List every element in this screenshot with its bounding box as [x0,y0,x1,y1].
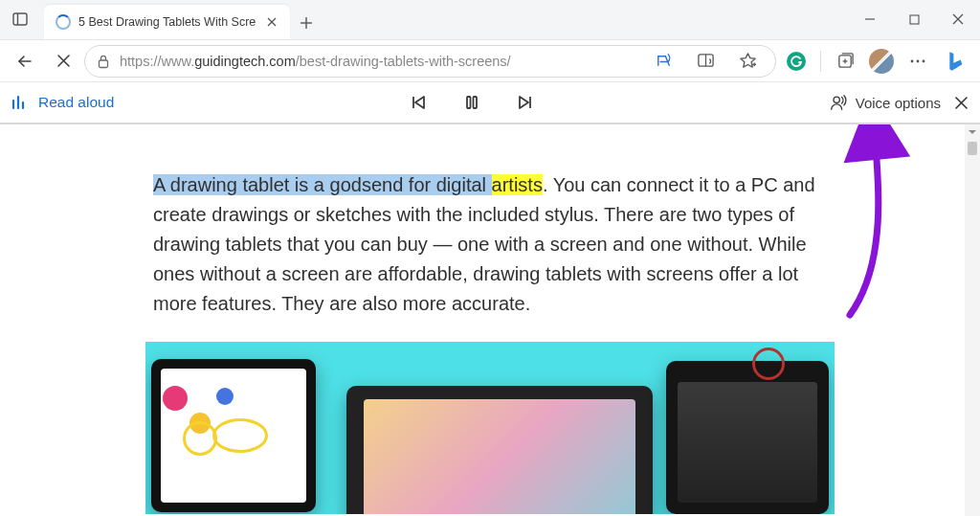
read-aloud-label-group: Read aloud [11,94,114,111]
toolbar-separator [820,51,821,72]
svg-point-36 [834,97,839,102]
svg-marker-31 [415,97,424,108]
next-paragraph-button[interactable] [510,87,541,118]
window-minimize-button[interactable] [848,0,892,39]
svg-point-25 [917,59,920,62]
grammarly-extension-icon[interactable] [780,45,813,78]
bing-chat-button[interactable] [938,44,972,79]
voice-icon [829,93,848,112]
collections-icon[interactable] [829,45,861,78]
read-aloud-selection: A drawing tablet is a godsend for digita… [153,174,543,195]
window-maximize-button[interactable] [892,0,936,39]
pause-button[interactable] [457,87,487,118]
profile-avatar[interactable] [865,45,898,78]
close-read-aloud-button[interactable] [954,96,969,110]
more-menu-button[interactable] [902,45,934,78]
read-aloud-current-word: artists [492,174,543,195]
read-aloud-icon[interactable] [647,45,679,78]
browser-toolbar: https://www.guidingtech.com/best-drawing… [0,40,980,82]
voice-options-label: Voice options [856,95,941,111]
svg-point-26 [923,59,925,62]
vertical-scrollbar[interactable] [965,124,980,516]
stop-reload-button[interactable] [46,44,80,79]
playback-controls [403,87,541,118]
address-bar[interactable]: https://www.guidingtech.com/best-drawing… [84,45,776,78]
svg-point-24 [911,59,914,62]
titlebar: 5 Best Drawing Tablets With Scre [0,0,980,40]
svg-marker-34 [520,97,528,108]
new-tab-button[interactable] [290,7,323,39]
read-aloud-label: Read aloud [38,94,114,111]
article-paragraph: A drawing tablet is a godsend for digita… [145,170,835,319]
page-viewport: A drawing tablet is a godsend for digita… [0,124,980,516]
tab-actions-icon[interactable] [0,0,40,39]
read-aloud-bar: Read aloud Voice options [0,82,980,124]
lock-icon [97,54,110,69]
scrollbar-thumb[interactable] [968,142,977,155]
svg-marker-17 [740,54,754,67]
previous-paragraph-button[interactable] [403,87,434,118]
svg-rect-13 [100,60,108,68]
favorites-icon[interactable] [731,45,764,78]
read-aloud-bars-icon [11,95,29,110]
back-button[interactable] [8,44,42,79]
svg-point-20 [787,52,806,71]
tab-close-button[interactable] [263,13,280,31]
tab-loading-icon [56,14,71,30]
voice-options-button[interactable]: Voice options [829,93,941,112]
enter-immersive-reader-icon[interactable] [689,45,722,78]
svg-rect-7 [910,15,919,24]
window-close-button[interactable] [936,0,980,39]
article-hero-image [145,342,835,514]
tab-title: 5 Best Drawing Tablets With Scre [78,15,256,29]
svg-rect-0 [13,13,27,25]
url-text: https://www.guidingtech.com/best-drawing… [120,54,637,69]
svg-rect-32 [467,97,471,108]
svg-rect-33 [473,97,477,108]
browser-tab[interactable]: 5 Best Drawing Tablets With Scre [44,5,290,39]
annotation-arrow [821,124,936,329]
